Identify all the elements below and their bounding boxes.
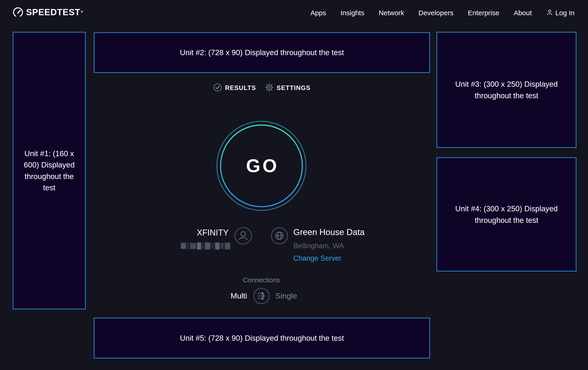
change-server-link[interactable]: Change Server <box>293 254 342 262</box>
main-nav: Apps Insights Network Developers Enterpr… <box>310 9 575 17</box>
nav-item-insights[interactable]: Insights <box>340 9 364 17</box>
login-label: Log In <box>556 9 575 17</box>
ad-unit-2-text: Unit #2: (728 x 90) Displayed throughout… <box>180 47 344 58</box>
trademark-mark: ® <box>81 10 83 13</box>
login-button[interactable]: Log In <box>546 9 575 17</box>
ad-unit-1-text: Unit #1: (160 x 600) Displayed throughou… <box>20 148 79 193</box>
gear-icon <box>265 83 274 93</box>
connections-multi[interactable]: Multi <box>208 291 247 300</box>
nav-item-developers[interactable]: Developers <box>419 9 454 17</box>
isp-name: XFINITY <box>148 228 229 238</box>
brand-name: SPEEDTEST® <box>26 7 83 17</box>
isp-ip-redacted <box>181 242 230 250</box>
tab-settings-label: SETTINGS <box>277 84 311 91</box>
results-settings-tabs: RESULTS SETTINGS <box>94 83 430 93</box>
speedtest-logo[interactable]: SPEEDTEST® <box>13 7 83 19</box>
ad-unit-4-text: Unit #4: (300 x 250) Displayed throughou… <box>453 203 560 226</box>
ad-unit-3-text: Unit #3: (300 x 250) Displayed throughou… <box>453 79 560 101</box>
tab-results[interactable]: RESULTS <box>213 83 256 93</box>
go-button-label: GO <box>215 120 308 212</box>
server-name: Green House Data <box>293 228 365 237</box>
go-button[interactable]: GO <box>215 120 308 212</box>
ad-unit-2-banner[interactable]: Unit #2: (728 x 90) Displayed throughout… <box>94 32 430 73</box>
connections-toggle[interactable] <box>253 288 270 304</box>
ad-unit-4-rectangle[interactable]: Unit #4: (300 x 250) Displayed throughou… <box>437 157 577 271</box>
user-icon <box>546 9 553 17</box>
ad-unit-5-text: Unit #5: (728 x 90) Displayed throughout… <box>180 332 344 344</box>
connections-label: Connections <box>238 276 284 284</box>
server-location: Bellingham, WA <box>293 242 344 250</box>
nav-item-apps[interactable]: Apps <box>310 9 326 17</box>
speedometer-icon <box>13 7 23 19</box>
ad-unit-1-skyscraper[interactable]: Unit #1: (160 x 600) Displayed throughou… <box>13 32 86 309</box>
connections-single[interactable]: Single <box>275 291 297 300</box>
nav-item-about[interactable]: About <box>514 9 532 17</box>
tab-settings[interactable]: SETTINGS <box>265 83 311 93</box>
isp-user-icon <box>234 227 252 246</box>
multi-connection-arrows-icon <box>253 288 270 304</box>
ad-unit-5-banner[interactable]: Unit #5: (728 x 90) Displayed throughout… <box>94 318 430 359</box>
ad-unit-3-rectangle[interactable]: Unit #3: (300 x 250) Displayed throughou… <box>437 32 577 148</box>
top-nav-bar: SPEEDTEST® Apps Insights Network Develop… <box>0 0 588 26</box>
nav-item-enterprise[interactable]: Enterprise <box>468 9 499 17</box>
check-circle-icon <box>213 83 222 93</box>
tab-results-label: RESULTS <box>225 84 256 91</box>
nav-item-network[interactable]: Network <box>379 9 404 17</box>
server-globe-icon <box>271 227 288 245</box>
